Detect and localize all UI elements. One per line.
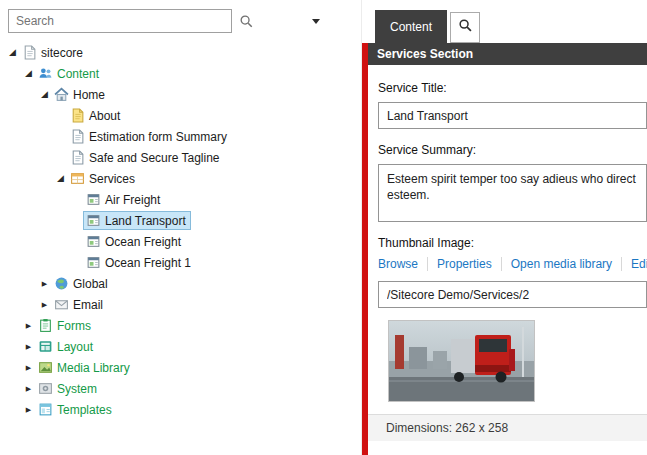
tree-item-ocean-freight-1[interactable]: Ocean Freight 1 (0, 252, 361, 273)
search-icon[interactable] (232, 9, 260, 33)
tree-node[interactable]: Home (51, 85, 110, 104)
expand-arrow-icon[interactable]: ▶ (38, 301, 51, 308)
expand-arrow-icon[interactable]: ▶ (22, 322, 35, 329)
tree-item-air-freight[interactable]: Air Freight (0, 189, 361, 210)
service-item-icon (86, 192, 101, 207)
tree-item-label: About (89, 109, 120, 123)
tree-item-label: Land Transport (105, 214, 186, 228)
search-icon (458, 18, 473, 37)
collapse-arrow-icon[interactable]: ◢ (54, 174, 67, 183)
tree-node[interactable]: Media Library (35, 358, 135, 377)
tree-item-layout[interactable]: ▶Layout (0, 336, 361, 357)
tree-item-label: System (57, 382, 97, 396)
tree-node[interactable]: Content (35, 64, 104, 83)
browse-link[interactable]: Browse (378, 257, 428, 271)
service-item-icon (86, 234, 101, 249)
tree-item-sitecore[interactable]: ◢sitecore (0, 42, 361, 63)
globe-icon (54, 276, 69, 291)
collapse-arrow-icon[interactable]: ◢ (6, 48, 19, 57)
tree-item-safe-and-secure-tagline[interactable]: Safe and Secure Tagline (0, 147, 361, 168)
service-item-icon (86, 213, 101, 228)
tree-node[interactable]: Global (51, 274, 113, 293)
tree-node[interactable]: Land Transport (83, 211, 191, 230)
layout-icon (38, 339, 53, 354)
tree-item-estimation-form-summary[interactable]: Estimation form Summary (0, 126, 361, 147)
tree-item-content[interactable]: ◢Content (0, 63, 361, 84)
tree-item-label: Estimation form Summary (89, 130, 227, 144)
page-yellow-icon (70, 108, 85, 123)
collapse-arrow-icon[interactable]: ◢ (38, 90, 51, 99)
section-header[interactable]: Services Section (368, 43, 647, 65)
tree-node[interactable]: Services (67, 169, 140, 188)
tree-item-forms[interactable]: ▶Forms (0, 315, 361, 336)
collapse-arrow-icon[interactable]: ◢ (22, 69, 35, 78)
services-folder-icon (70, 171, 85, 186)
tree-item-label: Services (89, 172, 135, 186)
tree-item-label: Templates (57, 403, 112, 417)
tree-item-label: Forms (57, 319, 91, 333)
editor-tab-bar: Content (362, 0, 647, 43)
search-bar (0, 0, 361, 42)
tree-node[interactable]: sitecore (19, 43, 88, 62)
editor-body: Services Section Service Title: Service … (362, 43, 647, 455)
tree-item-label: Media Library (57, 361, 130, 375)
tree-item-label: Email (73, 298, 103, 312)
tree-item-media-library[interactable]: ▶Media Library (0, 357, 361, 378)
image-dimensions: Dimensions: 262 x 258 (368, 414, 647, 441)
tree-item-label: Home (73, 88, 105, 102)
chevron-down-icon[interactable] (312, 19, 320, 24)
service-title-input[interactable] (378, 102, 647, 129)
search-input[interactable] (8, 9, 232, 33)
open-media-library-link[interactable]: Open media library (511, 257, 622, 271)
expand-arrow-icon[interactable]: ▶ (22, 385, 35, 392)
media-path-input[interactable] (378, 281, 647, 308)
tree-item-land-transport[interactable]: Land Transport (0, 210, 361, 231)
tree-item-services[interactable]: ◢Services (0, 168, 361, 189)
forms-icon (38, 318, 53, 333)
tree-node[interactable]: Air Freight (83, 190, 165, 209)
service-title-label: Service Title: (378, 81, 647, 95)
service-item-icon (86, 255, 101, 270)
tree-node[interactable]: Ocean Freight (83, 232, 186, 251)
expand-arrow-icon[interactable]: ▶ (38, 280, 51, 287)
service-summary-input[interactable]: Esteem spirit temper too say adieus who … (378, 164, 647, 222)
truck-photo-illustration (389, 321, 534, 401)
tree-node[interactable]: Ocean Freight 1 (83, 253, 196, 272)
field-list: Service Title: Service Summary: Esteem s… (368, 65, 647, 441)
tree-item-global[interactable]: ▶Global (0, 273, 361, 294)
edit-image-link[interactable]: Edit image (631, 257, 647, 271)
tree-item-about[interactable]: About (0, 105, 361, 126)
expand-arrow-icon[interactable]: ▶ (22, 364, 35, 371)
thumbnail-image (388, 320, 535, 402)
tree-node[interactable]: About (67, 106, 125, 125)
tree-node[interactable]: Safe and Secure Tagline (67, 148, 225, 167)
home-icon (54, 87, 69, 102)
email-icon (54, 297, 69, 312)
expand-arrow-icon[interactable]: ▶ (22, 343, 35, 350)
tree-node[interactable]: Templates (35, 400, 117, 419)
tree-item-email[interactable]: ▶Email (0, 294, 361, 315)
tree-node[interactable]: Layout (35, 337, 98, 356)
tree-item-label: sitecore (41, 46, 83, 60)
tree-node[interactable]: Estimation form Summary (67, 127, 232, 146)
content-tree: ◢sitecore◢Content◢HomeAboutEstimation fo… (0, 42, 361, 420)
tree-item-label: Global (73, 277, 108, 291)
editor-search-tab[interactable] (450, 12, 480, 43)
tree-node[interactable]: System (35, 379, 102, 398)
tab-content[interactable]: Content (375, 10, 447, 43)
editor-content: Services Section Service Title: Service … (368, 43, 647, 455)
tree-item-ocean-freight[interactable]: Ocean Freight (0, 231, 361, 252)
page-icon (70, 129, 85, 144)
tree-item-system[interactable]: ▶System (0, 378, 361, 399)
tree-item-home[interactable]: ◢Home (0, 84, 361, 105)
expand-arrow-icon[interactable]: ▶ (22, 406, 35, 413)
tree-item-label: Ocean Freight 1 (105, 256, 191, 270)
tree-node[interactable]: Forms (35, 316, 96, 335)
sitecore-document-icon (22, 45, 37, 60)
tree-item-templates[interactable]: ▶Templates (0, 399, 361, 420)
system-icon (38, 381, 53, 396)
templates-icon (38, 402, 53, 417)
tree-node[interactable]: Email (51, 295, 108, 314)
media-library-icon (38, 360, 53, 375)
properties-link[interactable]: Properties (437, 257, 502, 271)
